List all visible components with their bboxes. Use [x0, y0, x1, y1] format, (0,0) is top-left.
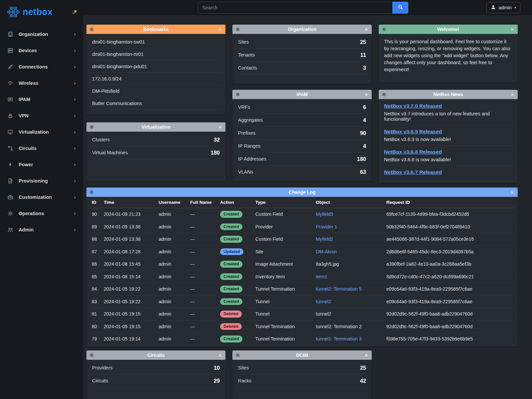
changelog-id-link[interactable]: 84 [89, 283, 101, 296]
changelog-id-link[interactable]: 85 [89, 270, 101, 283]
widget-close-icon[interactable] [510, 27, 515, 32]
changelog-request-id-link[interactable]: 69fce7cf-1139-4d99-bfea-f3dcbd2452d6 [384, 208, 515, 221]
stat-row[interactable]: Contacts 3 [236, 62, 368, 74]
changelog-object[interactable]: Provider 1 [313, 220, 384, 233]
changelog-object[interactable]: item1 [313, 270, 384, 283]
widget-close-icon[interactable] [364, 27, 369, 32]
changelog-object[interactable]: Myfield3 [313, 208, 384, 221]
changelog-id-link[interactable]: 90 [89, 208, 101, 221]
bookmark-item[interactable]: 172.16.0.9/24 [90, 73, 221, 85]
changelog-id-link[interactable]: 80 [89, 320, 101, 333]
widget-close-icon[interactable] [364, 352, 369, 358]
changelog-request-id-link[interactable]: 92d02d9c-562f-49f0-baa8-adb22904760d [384, 308, 515, 321]
sidebar-item[interactable]: IPAM [0, 91, 83, 107]
widget-config-gear-icon[interactable] [382, 27, 386, 32]
changelog-time-link[interactable]: 2024-01-05 19:22 [101, 283, 156, 296]
changelog-time-link[interactable]: 2024-01-08 15:45 [101, 258, 156, 271]
stat-row[interactable]: Clusters 32 [90, 133, 221, 146]
stat-row[interactable]: Aggregates 4 [236, 114, 368, 127]
stat-row[interactable]: Circuits 29 [90, 374, 221, 387]
pin-icon[interactable] [72, 10, 77, 15]
stat-row[interactable]: IP Ranges 4 [236, 140, 368, 153]
news-headline-link[interactable]: NetBox v3.6.8 Released [384, 149, 442, 155]
changelog-time-link[interactable]: 2024-01-08 15:14 [101, 270, 156, 283]
changelog-object[interactable]: tunnel2: Termination 5 [313, 283, 384, 296]
stat-row[interactable]: Virtual Machines 180 [90, 146, 221, 159]
search-button[interactable] [392, 2, 408, 14]
changelog-id-link[interactable]: 83 [89, 295, 101, 308]
bookmark-item[interactable]: dmi01-binghamton-sw01 [90, 36, 221, 48]
changelog-object[interactable]: tunnel2 [313, 295, 384, 308]
changelog-object[interactable]: DM-Akron [313, 245, 384, 258]
stat-row[interactable]: Prefixes 90 [236, 127, 368, 140]
sidebar-item[interactable]: Devices [0, 42, 83, 59]
sidebar-item[interactable]: Circuits [0, 140, 83, 156]
changelog-id-link[interactable]: 81 [89, 308, 101, 321]
changelog-request-id-link[interactable]: 50b32f40-5464-4f9c-b83f-0ef270489410 [384, 220, 515, 233]
news-headline-link[interactable]: NetBox v3.6.7 Released [384, 169, 442, 175]
widget-close-icon[interactable] [218, 124, 222, 130]
search-input[interactable] [198, 2, 392, 14]
sidebar-item[interactable]: Wireless [0, 75, 83, 91]
widget-config-gear-icon[interactable] [89, 27, 94, 32]
stat-row[interactable]: VRFs 6 [236, 101, 368, 114]
changelog-request-id-link[interactable]: 2d6d6e8f-5465-45dc-8ec3-2019d4087b5a [384, 245, 515, 258]
sidebar-item[interactable]: Connections [0, 59, 83, 75]
sidebar-item[interactable]: VPN [0, 107, 83, 124]
stat-row[interactable]: Providers 10 [90, 361, 221, 374]
stat-row[interactable]: Racks 42 [236, 374, 368, 387]
changelog-id-link[interactable]: 88 [89, 233, 101, 246]
widget-config-gear-icon[interactable] [235, 92, 240, 97]
widget-config-gear-icon[interactable] [382, 92, 386, 97]
changelog-time-link[interactable]: 2024-01-05 19:15 [101, 308, 156, 321]
bookmark-item[interactable]: dmi01-binghamton-rtr01 [90, 48, 221, 61]
changelog-request-id-link[interactable]: f038e755-705e-47f3-9433-5392b9e6b9e5 [384, 333, 515, 345]
changelog-time-link[interactable]: 2024-01-05 19:15 [101, 320, 156, 333]
widget-close-icon[interactable] [218, 27, 222, 32]
changelog-id-link[interactable]: 86 [89, 258, 101, 271]
widget-config-gear-icon[interactable] [89, 190, 94, 195]
changelog-request-id-link[interactable]: 8d9cd72e-cd0c-47c2-a620-dc899a690c21 [384, 270, 515, 283]
changelog-time-link[interactable]: 2024-01-09 13:38 [101, 220, 156, 233]
changelog-id-link[interactable]: 87 [89, 245, 101, 258]
sidebar-item[interactable]: Provisioning [0, 173, 83, 189]
sidebar-item[interactable]: Admin [0, 221, 83, 238]
bookmark-item[interactable]: Butler Communications [90, 97, 221, 110]
sidebar-item[interactable]: Organization [0, 26, 83, 42]
widget-config-gear-icon[interactable] [235, 353, 240, 357]
widget-close-icon[interactable] [510, 190, 515, 195]
changelog-object[interactable]: Myfield2 [313, 233, 384, 246]
widget-close-icon[interactable] [510, 92, 515, 97]
changelog-time-link[interactable]: 2024-01-05 19:14 [101, 333, 156, 345]
sidebar-item[interactable]: Operations [0, 205, 83, 221]
widget-config-gear-icon[interactable] [89, 125, 94, 129]
changelog-request-id-link[interactable]: ae445066-387d-44f1-9084-572a05ce3e16 [384, 233, 515, 246]
stat-row[interactable]: Sites 25 [236, 36, 368, 49]
changelog-request-id-link[interactable]: a390fbef-2a82-4e10-aa0a-3c268aa5ef3b [384, 258, 515, 271]
stat-row[interactable]: IP Addresses 180 [236, 153, 368, 166]
stat-row[interactable]: Tenants 11 [236, 49, 368, 62]
changelog-request-id-link[interactable]: 92d02d9c-562f-49f0-baa8-adb22904760d [384, 320, 515, 333]
widget-close-icon[interactable] [218, 352, 222, 358]
sidebar-item[interactable]: Virtualization [0, 124, 83, 140]
changelog-time-link[interactable]: 2024-01-08 17:28 [101, 245, 156, 258]
sidebar-item[interactable]: Customization [0, 189, 83, 205]
changelog-id-link[interactable]: 79 [89, 333, 101, 345]
widget-config-gear-icon[interactable] [89, 353, 94, 357]
widget-config-gear-icon[interactable] [235, 27, 240, 32]
user-menu[interactable]: admin [486, 2, 520, 13]
changelog-request-id-link[interactable]: e09c64a6-93f3-419a-8ea9-229585f7c6ae [384, 295, 515, 308]
changelog-time-link[interactable]: 2024-01-09 21:23 [101, 208, 156, 221]
stat-row[interactable]: Sites 25 [236, 361, 368, 374]
bookmark-item[interactable]: DM-Pittsfield [90, 85, 221, 97]
changelog-id-link[interactable]: 89 [89, 220, 101, 233]
changelog-time-link[interactable]: 2024-01-05 19:22 [101, 295, 156, 308]
bookmark-item[interactable]: dmi01-binghamton-pdu01 [90, 61, 221, 73]
changelog-time-link[interactable]: 2024-01-09 13:38 [101, 233, 156, 246]
widget-close-icon[interactable] [364, 92, 369, 97]
netbox-logo[interactable]: netbox [0, 0, 83, 24]
news-headline-link[interactable]: NetBox v3.7.0 Released [384, 103, 442, 109]
stat-row[interactable]: VLANs 63 [236, 166, 368, 179]
news-headline-link[interactable]: NetBox v3.6.9 Released [384, 129, 442, 134]
sidebar-item[interactable]: Power [0, 156, 83, 173]
